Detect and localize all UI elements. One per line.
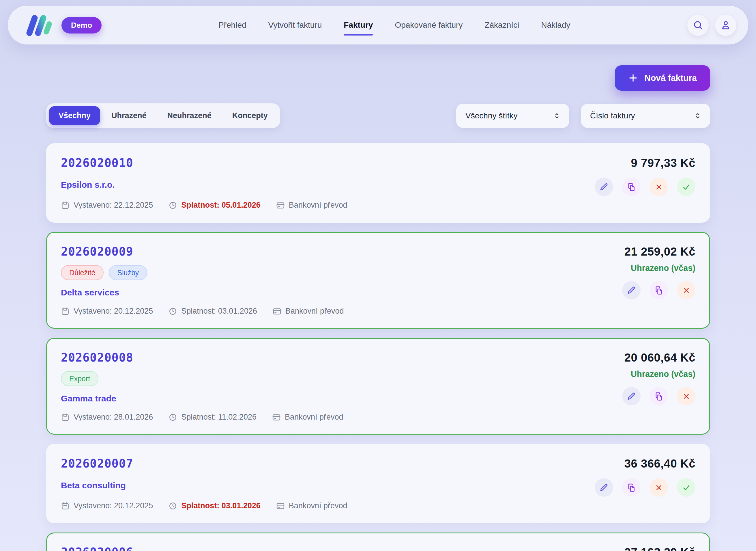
invoice-actions — [595, 478, 695, 497]
duplicate-button[interactable] — [650, 387, 668, 406]
issued-date: Vystaveno: 28.01.2026 — [61, 413, 153, 422]
invoice-customer-link[interactable]: Epsilon s.r.o. — [61, 180, 347, 190]
invoice-card: 2026020009 DůležitéSlužby Delta services… — [46, 232, 710, 329]
clock-icon — [169, 502, 177, 510]
nav-item[interactable]: Vytvořit fakturu — [268, 20, 322, 30]
invoice-meta: Vystaveno: 20.12.2025 Splatnost: 03.01.2… — [61, 307, 344, 316]
status-filter-tabs: VšechnyUhrazenéNeuhrazenéKoncepty — [46, 103, 280, 128]
invoice-card-left: 2026020006 — [61, 546, 133, 551]
status-filter-tab[interactable]: Neuhrazené — [158, 106, 221, 125]
invoice-number-link[interactable]: 2026020010 — [61, 156, 347, 169]
invoice-status: Uhrazeno (včas) — [631, 263, 695, 273]
invoice-number-link[interactable]: 2026020008 — [61, 351, 343, 364]
issued-date-text: Vystaveno: 20.12.2025 — [74, 501, 153, 510]
invoice-customer-link[interactable]: Delta services — [61, 288, 344, 298]
calendar-icon — [61, 307, 70, 316]
search-icon — [693, 20, 703, 30]
duplicate-button[interactable] — [622, 177, 641, 196]
edit-button[interactable] — [595, 478, 613, 497]
due-date: Splatnost: 05.01.2026 — [169, 201, 261, 210]
bank-card-icon — [273, 307, 281, 316]
delete-button[interactable] — [677, 281, 695, 300]
due-date-text: Splatnost: 05.01.2026 — [181, 201, 261, 210]
invoice-amount: 36 366,40 Kč — [624, 457, 695, 470]
invoice-card-left: 2026020008 Export Gamma trade Vystaveno:… — [61, 351, 343, 422]
top-navigation-bar: Demo PřehledVytvořit fakturuFakturyOpako… — [8, 6, 748, 44]
x-icon — [654, 182, 663, 191]
bank-card-icon — [276, 201, 285, 210]
nav-item[interactable]: Zákazníci — [484, 20, 519, 30]
x-icon — [654, 483, 663, 492]
sort-value: Číslo faktury — [590, 111, 635, 120]
payment-method-text: Bankovní převod — [285, 307, 344, 316]
invoice-actions — [622, 281, 695, 300]
issued-date: Vystaveno: 20.12.2025 — [61, 501, 153, 510]
status-filter-tab[interactable]: Koncepty — [223, 106, 277, 125]
invoice-tags: DůležitéSlužby — [61, 265, 344, 280]
tag-filter-select[interactable]: Všechny štítky — [456, 104, 569, 128]
calendar-icon — [61, 201, 70, 210]
payment-method: Bankovní převod — [272, 413, 343, 422]
issued-date-text: Vystaveno: 28.01.2026 — [74, 413, 153, 422]
invoice-card-right: 21 259,02 Kč Uhrazeno (včas) — [622, 245, 695, 316]
delete-button[interactable] — [650, 177, 668, 196]
pencil-icon — [627, 286, 636, 295]
duplicate-button[interactable] — [650, 281, 668, 300]
due-date-text: Splatnost: 03.01.2026 — [181, 307, 257, 316]
invoice-card-right: 9 797,33 Kč — [595, 156, 695, 210]
duplicate-button[interactable] — [622, 478, 641, 497]
delete-button[interactable] — [650, 478, 668, 497]
invoice-amount: 27 163,29 Kč — [624, 546, 695, 551]
nav-item[interactable]: Náklady — [541, 20, 570, 30]
tag-filter-value: Všechny štítky — [465, 111, 518, 120]
chevron-up-down-icon — [693, 111, 702, 120]
x-icon — [682, 392, 691, 401]
invoice-actions — [622, 387, 695, 406]
nav-item[interactable]: Opakované faktury — [395, 20, 463, 30]
sort-select[interactable]: Číslo faktury — [581, 104, 710, 128]
payment-method-text: Bankovní převod — [285, 413, 343, 422]
invoice-tag: Důležité — [61, 265, 104, 280]
edit-button[interactable] — [622, 387, 641, 406]
invoice-meta: Vystaveno: 22.12.2025 Splatnost: 05.01.2… — [61, 201, 347, 210]
invoice-number-link[interactable]: 2026020006 — [61, 546, 133, 551]
copy-pages-icon — [654, 286, 663, 295]
edit-button[interactable] — [622, 281, 641, 300]
calendar-icon — [61, 502, 70, 510]
app-logo-icon — [24, 14, 55, 36]
new-invoice-button[interactable]: Nová faktura — [615, 65, 710, 91]
pencil-icon — [600, 483, 609, 492]
due-date-text: Splatnost: 11.02.2026 — [181, 413, 257, 422]
calendar-icon — [61, 413, 70, 422]
chevron-up-down-icon — [553, 111, 561, 120]
invoice-customer-link[interactable]: Beta consulting — [61, 481, 347, 490]
invoice-status: Uhrazeno (včas) — [631, 369, 695, 379]
search-button[interactable] — [687, 14, 709, 36]
filter-row: VšechnyUhrazenéNeuhrazenéKoncepty Všechn… — [46, 103, 710, 128]
nav-item[interactable]: Přehled — [218, 20, 246, 30]
invoice-card: 2026020010 Epsilon s.r.o. Vystaveno: 22.… — [46, 143, 710, 223]
invoice-number-link[interactable]: 2026020009 — [61, 245, 344, 258]
mark-paid-button[interactable] — [677, 478, 695, 497]
invoice-number-link[interactable]: 2026020007 — [61, 457, 347, 470]
status-filter-tab[interactable]: Všechny — [49, 106, 100, 125]
payment-method: Bankovní převod — [276, 501, 347, 510]
invoice-list: 2026020010 Epsilon s.r.o. Vystaveno: 22.… — [46, 143, 710, 551]
invoice-customer-link[interactable]: Gamma trade — [61, 394, 343, 404]
check-icon — [682, 483, 691, 492]
profile-button[interactable] — [715, 14, 737, 36]
copy-pages-icon — [654, 392, 663, 401]
nav-item[interactable]: Faktury — [344, 20, 373, 30]
invoice-card: 2026020008 Export Gamma trade Vystaveno:… — [46, 338, 710, 435]
payment-method: Bankovní převod — [273, 307, 344, 316]
edit-button[interactable] — [595, 177, 613, 196]
mark-paid-button[interactable] — [677, 177, 695, 196]
status-filter-tab[interactable]: Uhrazené — [102, 106, 156, 125]
delete-button[interactable] — [677, 387, 695, 406]
invoice-card: 2026020007 Beta consulting Vystaveno: 20… — [46, 444, 710, 523]
bank-card-icon — [276, 502, 285, 510]
new-invoice-label: Nová faktura — [644, 73, 697, 83]
invoice-tag: Export — [61, 371, 98, 386]
filter-selects: Všechny štítky Číslo faktury — [456, 104, 710, 128]
demo-badge: Demo — [61, 17, 102, 33]
